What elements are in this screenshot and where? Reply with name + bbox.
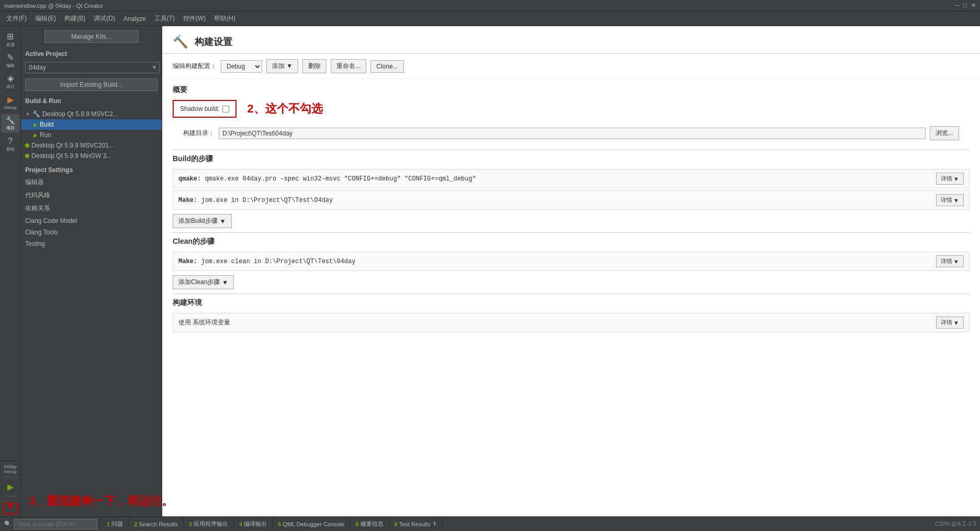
add-config-button[interactable]: 添加 ▼ [266,59,298,73]
content-header: 🔨 构建设置 [162,26,980,54]
help-label: 帮助 [6,146,15,152]
design-icon: ◈ [7,74,14,83]
main-area: ⊞ 欢迎 ✎ 编辑 ◈ 设计 ▶ Debug 🔧 项目 ? 帮助 Manage … [0,26,980,516]
tab-qml-debugger[interactable]: 5 QML Debugger Console [273,517,350,531]
titlebar: mainwindow.cpp @ 04day - Qt Creator ─ □ … [0,0,980,12]
sidebar-item-welcome[interactable]: ⊞ 欢迎 [1,30,20,49]
import-existing-build-button[interactable]: Import Existing Build... [25,78,157,91]
kit-icon: 🔧 [32,110,40,118]
kit-label: Desktop Qt 5.9.9 MSVC2... [42,110,118,118]
annotation-2-text: 2、这个不勾选 [247,101,322,117]
manage-kits-button[interactable]: Manage Kits... [44,30,139,43]
settings-testing[interactable]: Testing [21,238,162,250]
tab-app-output[interactable]: 3 应用程序输出 [184,517,234,531]
build-label: Build [40,121,54,128]
config-select[interactable]: Debug Release Profile [221,60,262,73]
project-select[interactable]: 04day [25,62,160,73]
tree-item-desktop-msvc201[interactable]: Desktop Qt 5.9.9 MSVC201... [21,140,162,151]
sidebar-item-help[interactable]: ? 帮助 [1,135,20,154]
delete-config-button[interactable]: 删除 [302,59,326,73]
run-divider-2 [2,496,19,496]
csdn-badge: CSDN @木工·2·3 [931,521,980,528]
mingw-label: Desktop Qt 5.9.9 MinGW 3... [31,152,111,160]
run-button[interactable]: ▶ [1,479,20,494]
title-text: mainwindow.cpp @ 04day - Qt Creator [4,3,103,9]
sidebar-item-edit[interactable]: ✎ 编辑 [1,51,20,70]
add-build-step-button[interactable]: 添加Build步骤 ▼ [173,214,232,228]
tab-test-results[interactable]: 8 Test Results ⬆ [389,517,443,531]
left-panel: Manage Kits... Active Project 04day ▼ Im… [21,26,162,516]
build-env-section: 构建环境 使用 系统环境变量 详情 ▼ [162,294,980,336]
maximize-btn[interactable]: □ [963,2,967,9]
tab-problems-num: 1 [107,521,110,527]
build-step-qmake-text: qmake: qmake.exe 04day.pro -spec win32-m… [178,175,936,183]
settings-clang-tools[interactable]: Clang Tools [21,227,162,238]
settings-dependencies[interactable]: 依赖关系 [21,202,162,215]
shadow-build-checkbox[interactable] [222,106,229,112]
menu-build[interactable]: 构建(B) [60,12,89,25]
tree-item-desktop-mingw[interactable]: Desktop Qt 5.9.9 MinGW 3... [21,151,162,161]
tab-summary[interactable]: 6 概要信息 [350,517,389,531]
build-step-qmake: qmake: qmake.exe 04day.pro -spec win32-m… [173,169,970,188]
build-settings-title: 构建设置 [195,36,232,48]
tab-compile-output[interactable]: 4 编译输出 [234,517,273,531]
tab-problems[interactable]: 1 问题 [102,517,129,531]
build-dir-label: 构建目录： [183,129,215,138]
clean-step-make-text: Make: jom.exe clean in D:\Project\QT\Tes… [178,258,936,265]
test-results-arrow: ⬆ [432,521,437,527]
menu-file[interactable]: 文件(F) [2,12,31,25]
edit-label: 编辑 [6,63,15,69]
clean-details-button[interactable]: 详情 ▼ [936,255,964,267]
rename-config-button[interactable]: 重命名... [331,59,366,73]
tab-problems-label: 问题 [111,520,123,528]
project-dropdown[interactable]: 04day ▼ [25,62,157,73]
build-step-make-text: Make: jom.exe in D:\Project\QT\Test\O4da… [178,197,936,204]
debug-icon: ▶ [7,96,14,104]
sidebar-item-design[interactable]: ◈ 设计 [1,72,20,91]
menu-analyze[interactable]: Analyze [119,13,150,25]
sidebar-item-projects[interactable]: 🔧 项目 [1,114,20,133]
overview-heading: 概要 [173,85,970,95]
browse-button[interactable]: 浏览... [930,126,959,140]
settings-editor[interactable]: 编辑器 [21,176,162,189]
run-project-label: 04day Debug [4,464,17,474]
build-dir-row: 构建目录： 浏览... [173,123,970,143]
annotation-3-text: 3、重现建构一下，再运行。 [29,493,173,509]
menu-debug[interactable]: 调试(D) [89,12,119,25]
build-env-heading: 构建环境 [173,298,970,308]
qmake-details-button[interactable]: 详情 ▼ [936,173,964,185]
menu-help[interactable]: 帮助(H) [210,12,240,25]
minimize-btn[interactable]: ─ [955,2,960,9]
edit-icon: ✎ [7,53,14,62]
env-row: 使用 系统环境变量 详情 ▼ [173,313,970,332]
settings-code-style[interactable]: 代码风格 [21,189,162,202]
build-run-label: Build & Run [21,94,162,107]
projects-icon: 🔧 [6,117,15,124]
menubar: 文件(F) 编辑(E) 构建(B) 调试(D) Analyze 工具(T) 控件… [0,12,980,26]
shadow-build-label: Shadow build: [180,105,219,112]
build-dir-input[interactable] [219,128,926,139]
settings-clang-model[interactable]: Clang Code Model [21,215,162,227]
close-btn[interactable]: ✕ [971,2,976,9]
search-bar: 🔍 [0,519,102,529]
tab-test-num: 8 [395,521,398,527]
sidebar-item-debug[interactable]: ▶ Debug [1,93,20,112]
tree-item-build[interactable]: ▶ Build [21,119,162,130]
clone-config-button[interactable]: Clone... [370,60,403,73]
icon-sidebar: ⊞ 欢迎 ✎ 编辑 ◈ 设计 ▶ Debug 🔧 项目 ? 帮助 [0,26,21,516]
make-details-button[interactable]: 详情 ▼ [936,194,964,206]
design-label: 设计 [6,84,15,89]
add-clean-step-button[interactable]: 添加Clean步骤 ▼ [173,275,234,289]
tab-search-results[interactable]: 2 Search Results [129,517,184,531]
run-label: Run [40,131,51,139]
shadow-build-box: Shadow build: [173,100,236,118]
env-details-button[interactable]: 详情 ▼ [936,317,964,329]
search-input[interactable] [14,519,97,529]
menu-tools[interactable]: 工具(T) [150,12,179,25]
menu-edit[interactable]: 编辑(E) [31,12,60,25]
clean-step-make: Make: jom.exe clean in D:\Project\QT\Tes… [173,252,970,271]
content-area: 🔨 构建设置 编辑构建配置： Debug Release Profile 添加 … [162,26,980,516]
tree-item-desktop-msvc2[interactable]: ▼ 🔧 Desktop Qt 5.9.9 MSVC2... [21,109,162,119]
tree-item-run[interactable]: ▶ Run [21,130,162,140]
menu-controls[interactable]: 控件(W) [179,12,210,25]
